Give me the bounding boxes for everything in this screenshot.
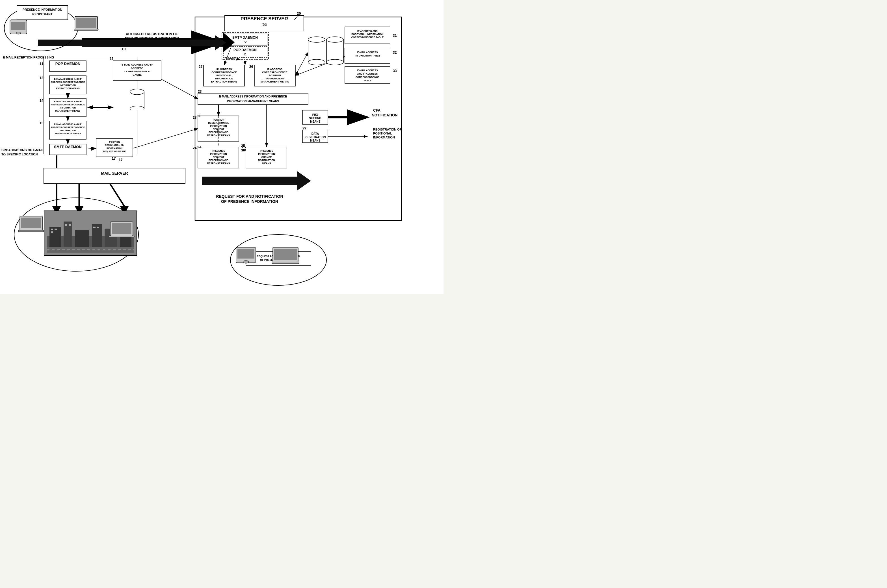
svg-rect-218 <box>274 249 297 260</box>
svg-point-182 <box>326 59 344 65</box>
svg-rect-196 <box>65 224 67 226</box>
svg-text:POSITIONAL: POSITIONAL <box>373 132 392 135</box>
svg-text:REGISTRATION OF: REGISTRATION OF <box>373 128 402 131</box>
svg-text:CACHE: CACHE <box>132 74 142 76</box>
svg-text:AUTOMATIC REGISTRATION OF: AUTOMATIC REGISTRATION OF <box>126 32 178 36</box>
svg-text:30: 30 <box>242 148 246 152</box>
svg-marker-153 <box>202 171 311 191</box>
svg-rect-2 <box>225 15 304 31</box>
svg-rect-219 <box>272 262 299 264</box>
svg-text:INFORMATION: INFORMATION <box>266 77 284 80</box>
svg-rect-199 <box>97 226 99 228</box>
svg-text:INFORMATION: INFORMATION <box>210 124 227 128</box>
svg-point-221 <box>130 89 144 94</box>
svg-text:13: 13 <box>40 76 44 80</box>
svg-text:PBX: PBX <box>312 113 318 116</box>
svg-rect-206 <box>112 223 131 234</box>
svg-marker-121 <box>82 39 226 46</box>
svg-point-222 <box>130 106 144 110</box>
svg-rect-36 <box>302 130 328 143</box>
svg-text:PRESENCE SERVER: PRESENCE SERVER <box>240 16 288 21</box>
svg-text:E-MAIL ADDRESS: E-MAIL ADDRESS <box>357 69 378 72</box>
svg-text:TABLE: TABLE <box>363 79 371 82</box>
svg-rect-14 <box>204 65 245 86</box>
svg-text:MEANS: MEANS <box>310 120 320 123</box>
svg-rect-184 <box>44 168 185 184</box>
svg-text:E-MAIL ADDRESS AND IP: E-MAIL ADDRESS AND IP <box>54 100 82 103</box>
svg-rect-212 <box>76 18 96 28</box>
svg-text:17: 17 <box>112 156 116 160</box>
svg-line-140 <box>296 57 345 75</box>
svg-line-134 <box>88 148 96 149</box>
svg-text:22: 22 <box>243 40 247 44</box>
svg-text:MANAGEMENT MEANS: MANAGEMENT MEANS <box>261 80 289 83</box>
svg-rect-200 <box>47 247 134 253</box>
svg-text:28: 28 <box>197 114 201 118</box>
svg-text:DATA: DATA <box>312 132 319 135</box>
svg-rect-80 <box>50 121 86 139</box>
svg-text:E-MAIL ADDRESS AND IP: E-MAIL ADDRESS AND IP <box>54 78 82 80</box>
svg-text:12: 12 <box>50 174 54 178</box>
svg-text:E-MAIL ADDRESS AND IP: E-MAIL ADDRESS AND IP <box>122 63 153 66</box>
svg-rect-215 <box>237 249 254 258</box>
svg-text:DESIGNATION ML: DESIGNATION ML <box>105 144 125 146</box>
svg-rect-177 <box>308 39 325 62</box>
svg-text:CORRESPONDENCE TABLE: CORRESPONDENCE TABLE <box>351 36 384 39</box>
svg-rect-86 <box>50 144 86 155</box>
svg-text:MAIL SERVER: MAIL SERVER <box>103 173 128 177</box>
svg-text:ADDRESS CORRESPONDENCE: ADDRESS CORRESPONDENCE <box>51 81 86 83</box>
svg-text:POSITION: POSITION <box>213 118 224 121</box>
svg-rect-194 <box>54 229 57 230</box>
svg-text:CFA: CFA <box>373 108 381 112</box>
laptop-bottom-right <box>272 246 300 266</box>
svg-text:RECEPTION AND: RECEPTION AND <box>209 159 228 162</box>
svg-rect-197 <box>69 224 71 226</box>
svg-text:INFORMATION: INFORMATION <box>107 147 122 150</box>
svg-marker-119 <box>82 33 235 52</box>
svg-text:MAIL SERVER: MAIL SERVER <box>101 171 128 176</box>
svg-text:31: 31 <box>393 34 397 38</box>
svg-text:27: 27 <box>199 65 203 69</box>
svg-rect-94 <box>113 61 161 81</box>
svg-text:25: 25 <box>241 144 245 148</box>
svg-text:TRANSMISSION MEANS: TRANSMISSION MEANS <box>55 132 81 135</box>
svg-rect-65 <box>50 61 86 72</box>
svg-rect-198 <box>93 226 96 228</box>
svg-text:EXTRACTION MEANS: EXTRACTION MEANS <box>211 80 237 83</box>
svg-text:IP ADDRESS: IP ADDRESS <box>216 68 232 70</box>
svg-text:CORRESPONDENCE: CORRESPONDENCE <box>356 76 380 78</box>
svg-rect-174 <box>17 6 68 20</box>
svg-text:SMTP DAEMON: SMTP DAEMON <box>54 145 81 149</box>
svg-text:BROADCASTING OF E-MAIL: BROADCASTING OF E-MAIL <box>2 148 44 152</box>
svg-text:CHANGE: CHANGE <box>261 156 272 159</box>
svg-line-183 <box>296 52 308 75</box>
svg-text:24: 24 <box>193 146 197 150</box>
svg-line-133 <box>161 79 198 99</box>
svg-text:SMTP DAEMON: SMTP DAEMON <box>233 36 258 39</box>
svg-text:15: 15 <box>40 121 44 125</box>
svg-text:REGISTRATION: REGISTRATION <box>305 136 326 139</box>
svg-rect-204 <box>18 230 44 232</box>
svg-rect-207 <box>109 236 134 237</box>
svg-rect-193 <box>51 229 53 230</box>
svg-text:29: 29 <box>302 126 306 130</box>
phone-bottom-right <box>235 246 257 266</box>
svg-text:REQUEST FOR AND NOTIFICATION: REQUEST FOR AND NOTIFICATION <box>216 194 283 199</box>
svg-text:ADDRESS CORRESPONDENCE: ADDRESS CORRESPONDENCE <box>51 104 86 106</box>
svg-text:SETTING: SETTING <box>309 117 321 120</box>
svg-rect-56 <box>246 147 287 168</box>
svg-text:CORRESPONDENCE: CORRESPONDENCE <box>125 70 150 73</box>
svg-text:(20): (20) <box>261 23 267 26</box>
svg-point-216 <box>243 261 249 263</box>
svg-text:CORRESPONDENCE: CORRESPONDENCE <box>262 71 287 74</box>
svg-rect-88 <box>96 138 133 157</box>
svg-text:E-MAIL RECEPTION PROCESSING: E-MAIL RECEPTION PROCESSING <box>3 56 54 59</box>
svg-rect-74 <box>50 98 86 117</box>
svg-text:MEANS: MEANS <box>262 162 271 165</box>
svg-text:IP ADDRESS: IP ADDRESS <box>267 68 283 70</box>
svg-rect-28 <box>198 93 308 105</box>
svg-rect-203 <box>21 218 41 228</box>
svg-text:E-MAIL ADDRESS: E-MAIL ADDRESS <box>357 51 378 54</box>
svg-text:OF PRESENCE INFORMATION: OF PRESENCE INFORMATION <box>221 199 278 204</box>
svg-rect-102 <box>345 27 390 44</box>
